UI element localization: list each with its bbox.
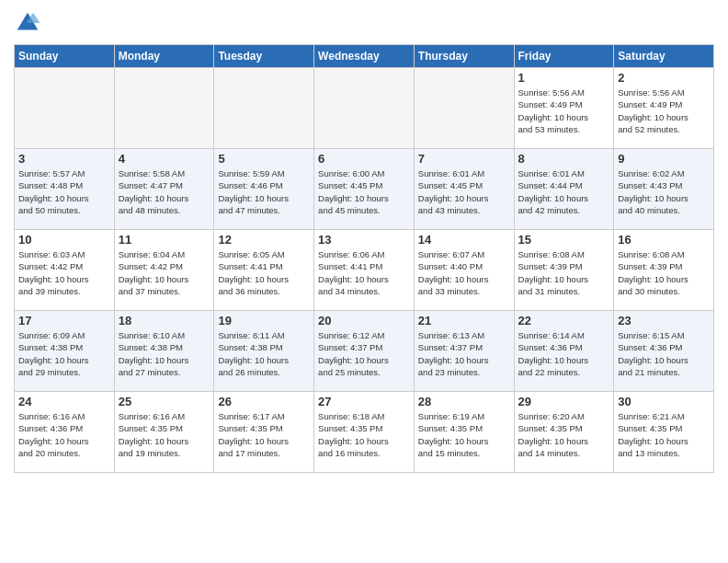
day-info: Sunrise: 6:11 AM Sunset: 4:38 PM Dayligh… (218, 329, 310, 378)
calendar-week-row: 24Sunrise: 6:16 AM Sunset: 4:36 PM Dayli… (15, 392, 714, 473)
day-info: Sunrise: 6:14 AM Sunset: 4:36 PM Dayligh… (518, 329, 610, 378)
calendar-cell: 28Sunrise: 6:19 AM Sunset: 4:35 PM Dayli… (414, 392, 514, 473)
calendar-cell: 27Sunrise: 6:18 AM Sunset: 4:35 PM Dayli… (314, 392, 415, 473)
day-number: 11 (119, 233, 210, 247)
calendar-week-row: 1Sunrise: 5:56 AM Sunset: 4:49 PM Daylig… (15, 68, 714, 149)
calendar-cell: 16Sunrise: 6:08 AM Sunset: 4:39 PM Dayli… (614, 230, 714, 311)
day-of-week-header: Monday (114, 45, 214, 68)
day-info: Sunrise: 6:20 AM Sunset: 4:35 PM Dayligh… (518, 410, 610, 459)
calendar-cell: 3Sunrise: 5:57 AM Sunset: 4:48 PM Daylig… (15, 149, 115, 230)
day-number: 13 (318, 233, 410, 247)
calendar-header-row: SundayMondayTuesdayWednesdayThursdayFrid… (15, 45, 714, 68)
day-info: Sunrise: 6:05 AM Sunset: 4:41 PM Dayligh… (218, 248, 310, 297)
day-number: 16 (618, 233, 710, 247)
day-number: 18 (119, 314, 210, 327)
day-info: Sunrise: 6:19 AM Sunset: 4:35 PM Dayligh… (418, 410, 510, 459)
day-number: 23 (618, 314, 710, 327)
day-number: 9 (618, 152, 710, 166)
calendar-cell: 17Sunrise: 6:09 AM Sunset: 4:38 PM Dayli… (15, 311, 115, 392)
calendar-cell: 22Sunrise: 6:14 AM Sunset: 4:36 PM Dayli… (514, 311, 614, 392)
day-number: 30 (618, 395, 710, 408)
day-number: 10 (18, 233, 110, 247)
calendar-cell: 26Sunrise: 6:17 AM Sunset: 4:35 PM Dayli… (214, 392, 314, 473)
day-number: 22 (518, 314, 610, 327)
day-info: Sunrise: 6:10 AM Sunset: 4:38 PM Dayligh… (119, 329, 210, 378)
day-number: 19 (218, 314, 310, 327)
day-of-week-header: Thursday (414, 45, 514, 68)
day-number: 14 (418, 233, 510, 247)
day-number: 24 (18, 395, 110, 408)
day-number: 29 (518, 395, 610, 408)
day-info: Sunrise: 6:07 AM Sunset: 4:40 PM Dayligh… (418, 248, 510, 297)
calendar-cell: 25Sunrise: 6:16 AM Sunset: 4:35 PM Dayli… (114, 392, 214, 473)
day-info: Sunrise: 5:56 AM Sunset: 4:49 PM Dayligh… (518, 86, 610, 135)
day-info: Sunrise: 6:09 AM Sunset: 4:38 PM Dayligh… (18, 329, 110, 378)
calendar-cell: 21Sunrise: 6:13 AM Sunset: 4:37 PM Dayli… (414, 311, 514, 392)
logo-icon (14, 9, 41, 37)
day-info: Sunrise: 6:08 AM Sunset: 4:39 PM Dayligh… (518, 248, 610, 297)
calendar-cell: 11Sunrise: 6:04 AM Sunset: 4:42 PM Dayli… (114, 230, 214, 311)
calendar-cell (214, 68, 314, 149)
day-info: Sunrise: 6:13 AM Sunset: 4:37 PM Dayligh… (418, 329, 510, 378)
calendar-cell: 19Sunrise: 6:11 AM Sunset: 4:38 PM Dayli… (214, 311, 314, 392)
header (14, 9, 714, 37)
calendar-cell (114, 68, 214, 149)
day-number: 4 (119, 152, 210, 166)
day-of-week-header: Tuesday (214, 45, 314, 68)
calendar-cell: 13Sunrise: 6:06 AM Sunset: 4:41 PM Dayli… (314, 230, 415, 311)
calendar-cell: 6Sunrise: 6:00 AM Sunset: 4:45 PM Daylig… (314, 149, 415, 230)
calendar-cell: 9Sunrise: 6:02 AM Sunset: 4:43 PM Daylig… (614, 149, 714, 230)
day-number: 27 (318, 395, 410, 408)
calendar-week-row: 3Sunrise: 5:57 AM Sunset: 4:48 PM Daylig… (15, 149, 714, 230)
day-info: Sunrise: 6:04 AM Sunset: 4:42 PM Dayligh… (119, 248, 210, 297)
day-info: Sunrise: 6:15 AM Sunset: 4:36 PM Dayligh… (618, 329, 710, 378)
day-info: Sunrise: 6:03 AM Sunset: 4:42 PM Dayligh… (18, 248, 110, 297)
day-number: 1 (518, 71, 610, 85)
day-number: 5 (218, 152, 310, 166)
calendar-week-row: 10Sunrise: 6:03 AM Sunset: 4:42 PM Dayli… (15, 230, 714, 311)
calendar-cell: 15Sunrise: 6:08 AM Sunset: 4:39 PM Dayli… (514, 230, 614, 311)
calendar-cell: 10Sunrise: 6:03 AM Sunset: 4:42 PM Dayli… (15, 230, 115, 311)
day-info: Sunrise: 6:01 AM Sunset: 4:45 PM Dayligh… (418, 167, 510, 216)
day-info: Sunrise: 6:12 AM Sunset: 4:37 PM Dayligh… (318, 329, 410, 378)
day-number: 20 (318, 314, 410, 327)
calendar-cell (15, 68, 115, 149)
calendar-cell: 20Sunrise: 6:12 AM Sunset: 4:37 PM Dayli… (314, 311, 415, 392)
calendar-cell: 5Sunrise: 5:59 AM Sunset: 4:46 PM Daylig… (214, 149, 314, 230)
day-of-week-header: Wednesday (314, 45, 415, 68)
day-number: 17 (18, 314, 110, 327)
day-info: Sunrise: 6:17 AM Sunset: 4:35 PM Dayligh… (218, 410, 310, 459)
day-of-week-header: Friday (514, 45, 614, 68)
calendar-cell: 8Sunrise: 6:01 AM Sunset: 4:44 PM Daylig… (514, 149, 614, 230)
day-info: Sunrise: 5:56 AM Sunset: 4:49 PM Dayligh… (618, 86, 710, 135)
day-info: Sunrise: 5:57 AM Sunset: 4:48 PM Dayligh… (18, 167, 110, 216)
day-info: Sunrise: 6:16 AM Sunset: 4:35 PM Dayligh… (119, 410, 210, 459)
calendar-cell: 30Sunrise: 6:21 AM Sunset: 4:35 PM Dayli… (614, 392, 714, 473)
day-number: 21 (418, 314, 510, 327)
calendar-cell: 2Sunrise: 5:56 AM Sunset: 4:49 PM Daylig… (614, 68, 714, 149)
day-number: 7 (418, 152, 510, 166)
day-info: Sunrise: 6:16 AM Sunset: 4:36 PM Dayligh… (18, 410, 110, 459)
day-info: Sunrise: 6:18 AM Sunset: 4:35 PM Dayligh… (318, 410, 410, 459)
calendar-cell (314, 68, 415, 149)
day-info: Sunrise: 6:06 AM Sunset: 4:41 PM Dayligh… (318, 248, 410, 297)
day-info: Sunrise: 5:58 AM Sunset: 4:47 PM Dayligh… (119, 167, 210, 216)
calendar-week-row: 17Sunrise: 6:09 AM Sunset: 4:38 PM Dayli… (15, 311, 714, 392)
day-number: 2 (618, 71, 710, 85)
calendar-cell: 24Sunrise: 6:16 AM Sunset: 4:36 PM Dayli… (15, 392, 115, 473)
calendar-cell: 14Sunrise: 6:07 AM Sunset: 4:40 PM Dayli… (414, 230, 514, 311)
day-info: Sunrise: 6:00 AM Sunset: 4:45 PM Dayligh… (318, 167, 410, 216)
calendar-cell: 4Sunrise: 5:58 AM Sunset: 4:47 PM Daylig… (114, 149, 214, 230)
day-number: 8 (518, 152, 610, 166)
calendar-cell: 7Sunrise: 6:01 AM Sunset: 4:45 PM Daylig… (414, 149, 514, 230)
day-number: 3 (18, 152, 110, 166)
day-number: 6 (318, 152, 410, 166)
calendar-cell: 1Sunrise: 5:56 AM Sunset: 4:49 PM Daylig… (514, 68, 614, 149)
page: SundayMondayTuesdayWednesdayThursdayFrid… (0, 0, 728, 563)
logo (14, 9, 45, 37)
calendar-table: SundayMondayTuesdayWednesdayThursdayFrid… (14, 44, 714, 473)
day-info: Sunrise: 6:21 AM Sunset: 4:35 PM Dayligh… (618, 410, 710, 459)
day-number: 12 (218, 233, 310, 247)
calendar-cell: 23Sunrise: 6:15 AM Sunset: 4:36 PM Dayli… (614, 311, 714, 392)
day-of-week-header: Saturday (614, 45, 714, 68)
